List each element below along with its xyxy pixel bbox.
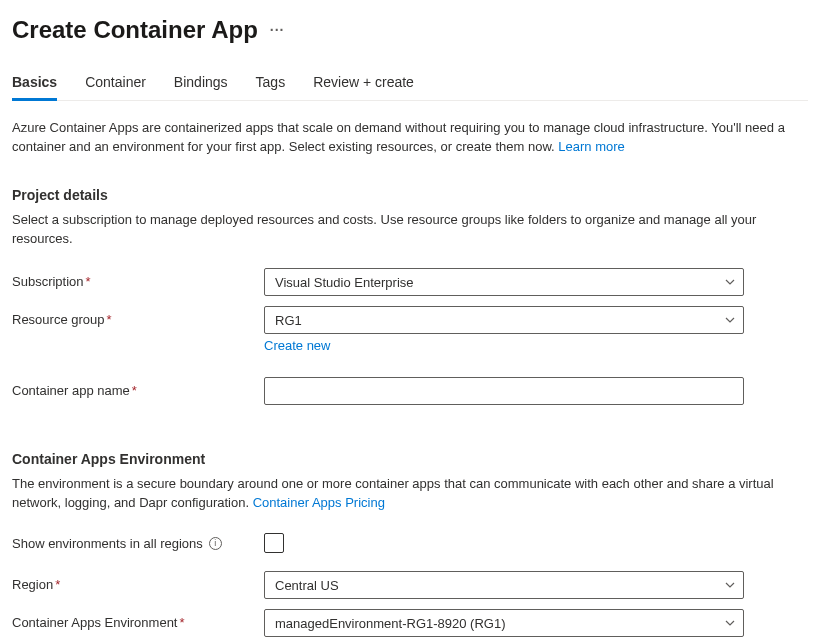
show-all-regions-label: Show environments in all regions	[12, 536, 203, 551]
subscription-select[interactable]: Visual Studio Enterprise	[264, 268, 744, 296]
environment-desc: The environment is a secure boundary aro…	[12, 475, 808, 513]
tab-tags[interactable]: Tags	[256, 68, 286, 100]
tab-basics[interactable]: Basics	[12, 68, 57, 100]
page-title: Create Container App	[12, 16, 258, 44]
resource-group-select[interactable]: RG1	[264, 306, 744, 334]
region-select[interactable]: Central US	[264, 571, 744, 599]
show-all-regions-checkbox[interactable]	[264, 533, 284, 553]
more-icon[interactable]: ···	[270, 22, 285, 38]
environment-value: managedEnvironment-RG1-8920 (RG1)	[275, 616, 506, 631]
subscription-label: Subscription*	[12, 268, 264, 289]
project-details-desc: Select a subscription to manage deployed…	[12, 211, 808, 249]
region-label: Region*	[12, 571, 264, 592]
create-new-rg-link[interactable]: Create new	[264, 338, 330, 353]
intro-paragraph: Azure Container Apps are containerized a…	[12, 119, 808, 157]
container-app-name-label: Container app name*	[12, 377, 264, 398]
learn-more-link[interactable]: Learn more	[558, 139, 624, 154]
info-icon[interactable]: i	[209, 537, 222, 550]
tab-review-create[interactable]: Review + create	[313, 68, 414, 100]
resource-group-label: Resource group*	[12, 306, 264, 327]
environment-heading: Container Apps Environment	[12, 451, 808, 467]
environment-label: Container Apps Environment*	[12, 609, 264, 630]
resource-group-value: RG1	[275, 313, 302, 328]
environment-select[interactable]: managedEnvironment-RG1-8920 (RG1)	[264, 609, 744, 637]
container-app-name-input[interactable]	[264, 377, 744, 405]
pricing-link[interactable]: Container Apps Pricing	[253, 495, 385, 510]
tab-container[interactable]: Container	[85, 68, 146, 100]
tab-bindings[interactable]: Bindings	[174, 68, 228, 100]
project-details-heading: Project details	[12, 187, 808, 203]
region-value: Central US	[275, 578, 339, 593]
intro-text: Azure Container Apps are containerized a…	[12, 120, 785, 154]
tab-strip: Basics Container Bindings Tags Review + …	[12, 68, 808, 101]
subscription-value: Visual Studio Enterprise	[275, 275, 414, 290]
